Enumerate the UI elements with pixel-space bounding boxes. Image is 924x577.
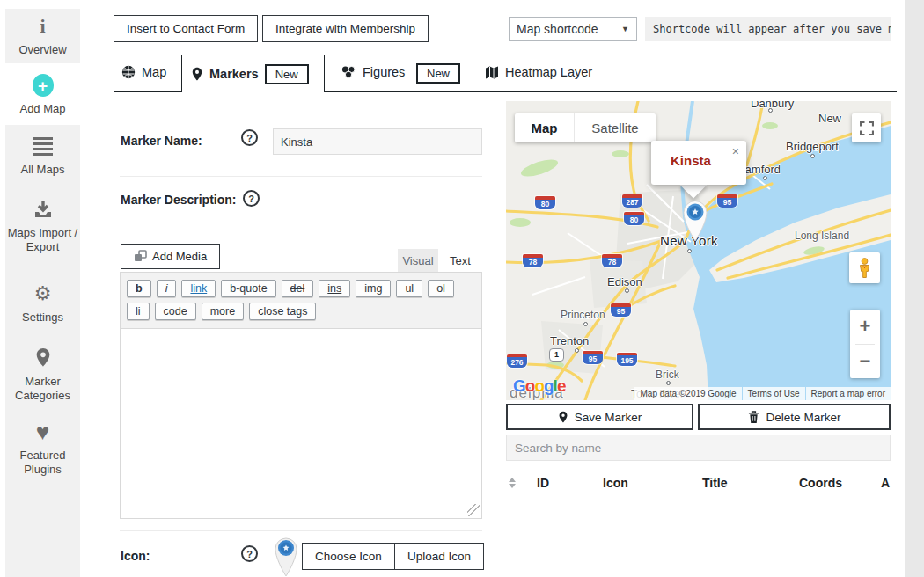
qt-link-button[interactable]: link: [181, 280, 216, 297]
map-shortcode-selected-value: Map shortcode: [517, 22, 598, 36]
qt-ins-button[interactable]: ins: [319, 280, 350, 297]
map-label-stamford: tamford: [742, 163, 781, 176]
qt-img-button[interactable]: img: [356, 280, 391, 297]
markers-new-badge[interactable]: New: [265, 64, 309, 84]
google-logo[interactable]: Google: [513, 376, 565, 396]
icon-label: Icon:: [121, 549, 150, 563]
sidebar-item-maps-import-export[interactable]: Maps Import / Export: [5, 186, 80, 274]
report-map-error-link[interactable]: Report a map error: [806, 387, 891, 400]
qt-del-button[interactable]: del: [282, 280, 314, 297]
terms-of-use-link[interactable]: Terms of Use: [743, 387, 805, 400]
save-marker-button[interactable]: Save Marker: [506, 404, 693, 430]
column-header-id[interactable]: ID: [537, 476, 549, 490]
sidebar-item-add-map[interactable]: + Add Map: [5, 63, 80, 125]
insert-to-contact-form-button[interactable]: Insert to Contact Form: [114, 15, 258, 42]
marker-name-input[interactable]: [273, 128, 482, 155]
us-route-shield-1: 1: [549, 348, 564, 362]
marker-description-label: Marker Description:: [121, 193, 236, 207]
figures-new-badge[interactable]: New: [416, 63, 460, 84]
sidebar-item-all-maps[interactable]: All Maps: [5, 125, 80, 186]
chevron-down-icon: ▼: [621, 25, 629, 33]
qt-li-button[interactable]: li: [127, 303, 150, 320]
qt-bold-button[interactable]: b: [127, 280, 151, 297]
city-dot: [583, 322, 588, 326]
marker-icon-preview[interactable]: [272, 537, 300, 577]
tab-map[interactable]: Map: [121, 65, 166, 79]
add-media-button[interactable]: Add Media: [121, 244, 220, 269]
download-icon: [33, 199, 54, 220]
tab-heatmap-label: Heatmap Layer: [505, 65, 592, 79]
marker-description-help-icon[interactable]: ?: [243, 190, 260, 207]
marker-description-textarea[interactable]: [121, 329, 481, 516]
fullscreen-button[interactable]: [852, 113, 881, 142]
qt-ul-button[interactable]: ul: [396, 280, 422, 297]
divider: [120, 530, 482, 531]
sort-icon[interactable]: [509, 478, 516, 488]
qt-close-tags-button[interactable]: close tags: [249, 303, 316, 320]
city-dot: [768, 108, 773, 113]
editor-visual-tab[interactable]: Visual: [398, 249, 438, 272]
column-header-coords[interactable]: Coords: [799, 476, 842, 490]
maptype-control: Map Satellite: [515, 113, 656, 142]
marker-search-input[interactable]: [506, 435, 891, 461]
zoom-in-button[interactable]: +: [850, 310, 880, 344]
qt-more-button[interactable]: more: [202, 303, 244, 320]
marker-name-help-icon[interactable]: ?: [241, 129, 258, 146]
upload-icon-button[interactable]: Upload Icon: [394, 543, 484, 570]
trash-icon: [748, 411, 759, 424]
qt-ol-button[interactable]: ol: [428, 280, 454, 297]
heart-icon: ♥: [33, 421, 54, 442]
map-shortcode-select[interactable]: Map shortcode ▼: [509, 17, 637, 41]
sidebar-item-featured-plugins[interactable]: ♥ Featured Plugins: [5, 410, 80, 489]
save-marker-label: Save Marker: [575, 411, 642, 424]
resize-grip[interactable]: [467, 504, 480, 516]
sidebar-item-marker-categories[interactable]: Marker Categories: [5, 336, 80, 410]
qt-blockquote-button[interactable]: b-quote: [221, 280, 275, 297]
column-header-a[interactable]: A: [881, 476, 890, 490]
gear-icon: ⚙: [33, 283, 54, 304]
map-label-trenton: Trenton: [550, 334, 589, 347]
sidebar-item-label: Add Map: [19, 102, 65, 116]
add-media-label: Add Media: [152, 250, 207, 263]
sidebar-item-settings[interactable]: ⚙ Settings: [5, 274, 80, 336]
description-editor: b i link b-quote del ins img ul ol li co…: [120, 272, 482, 519]
map-label-brick: Brick: [656, 369, 679, 381]
media-icon: [134, 250, 147, 263]
maptype-map-button[interactable]: Map: [515, 113, 574, 142]
marker-name-label: Marker Name:: [121, 134, 202, 148]
zoom-out-button[interactable]: −: [850, 345, 880, 379]
fullscreen-icon: [860, 121, 874, 135]
integrate-with-membership-button[interactable]: Integrate with Membership: [262, 15, 429, 42]
sidebar-item-overview[interactable]: i Overview: [5, 9, 80, 63]
tab-figures[interactable]: Figures: [341, 65, 405, 79]
shortcode-readonly-field[interactable]: Shortcode will appear after you save ma: [645, 17, 891, 41]
interstate-shield-276: 276: [507, 354, 527, 368]
pegman-control[interactable]: [849, 252, 880, 283]
info-window: Kinsta ×: [651, 141, 746, 185]
zoom-control: + −: [850, 310, 880, 378]
icon-help-icon[interactable]: ?: [241, 545, 258, 562]
pin-icon: [558, 411, 568, 424]
editor-text-tab[interactable]: Text: [438, 249, 482, 272]
column-header-icon[interactable]: Icon: [603, 476, 628, 490]
delete-marker-button[interactable]: Delete Marker: [698, 404, 891, 430]
map-label-edison: Edison: [607, 275, 642, 288]
tab-heatmap-layer[interactable]: Heatmap Layer: [485, 65, 592, 79]
interstate-shield-80: 80: [624, 212, 644, 225]
google-map[interactable]: Danbury New Bridgeport tamford New York …: [506, 101, 891, 400]
kinsta-map-marker[interactable]: [681, 200, 709, 242]
qt-code-button[interactable]: code: [155, 303, 196, 320]
map-label-bridgeport: Bridgeport: [786, 140, 839, 153]
qt-italic-button[interactable]: i: [157, 280, 177, 297]
tab-markers[interactable]: Markers New: [181, 55, 325, 92]
map-data-attribution: Map data ©2019 Google: [634, 387, 741, 400]
maptype-satellite-button[interactable]: Satellite: [574, 113, 656, 142]
choose-icon-button[interactable]: Choose Icon: [302, 543, 395, 570]
info-window-close-icon[interactable]: ×: [732, 144, 739, 158]
column-header-title[interactable]: Title: [702, 476, 728, 490]
folded-map-icon: [485, 66, 499, 79]
divider: [120, 176, 482, 177]
figures-icon: [341, 65, 356, 79]
info-window-title: Kinsta: [671, 153, 711, 168]
map-pin-icon: [33, 347, 54, 369]
